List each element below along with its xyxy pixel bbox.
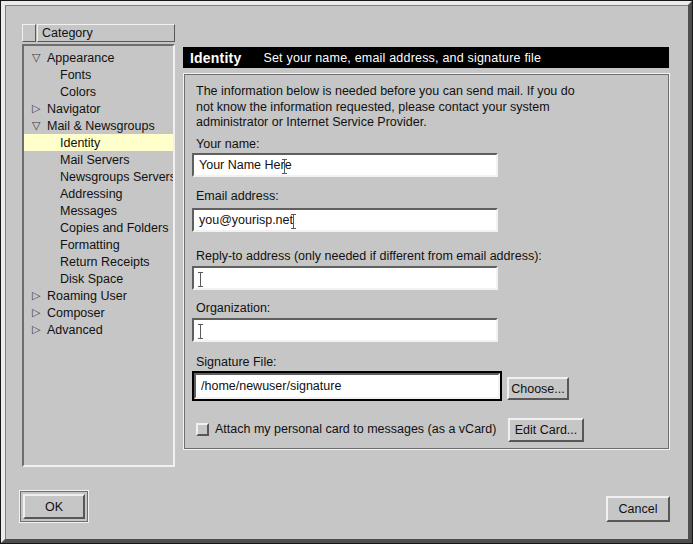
sidebar-item-advanced[interactable]: ▷ Advanced [24, 321, 173, 338]
sidebar-item-label: Addressing [60, 187, 123, 201]
collapsed-arrow-icon[interactable]: ▷ [32, 102, 47, 115]
cancel-button[interactable]: Cancel [606, 496, 670, 522]
expanded-arrow-icon[interactable]: ▽ [32, 119, 47, 132]
sidebar-item-copies-folders[interactable]: Copies and Folders [24, 219, 173, 236]
sidebar-item-label: Newsgroups Servers [60, 170, 175, 184]
your-name-input[interactable] [194, 155, 496, 175]
expanded-arrow-icon[interactable]: ▽ [32, 51, 47, 64]
vcard-checkbox-label: Attach my personal card to messages (as … [215, 422, 496, 436]
window-bevel: Category ▽ Appearance Fonts Colors ▷ Nav… [1, 1, 692, 543]
identity-form-frame: The information below is needed before y… [183, 73, 670, 450]
category-tree-list: ▽ Appearance Fonts Colors ▷ Navigator ▽ … [22, 44, 175, 467]
sidebar-item-mail-newsgroups[interactable]: ▽ Mail & Newsgroups [24, 117, 173, 134]
signature-file-input[interactable] [196, 375, 498, 397]
signature-file-label: Signature File: [196, 355, 277, 369]
your-name-label: Your name: [196, 137, 259, 151]
sidebar-item-label: Mail Servers [60, 153, 129, 167]
intro-line: The information below is needed before y… [196, 84, 575, 100]
sidebar-item-roaming-user[interactable]: ▷ Roaming User [24, 287, 173, 304]
sidebar-item-fonts[interactable]: Fonts [24, 66, 173, 83]
intro-line: administrator or Internet Service Provid… [196, 115, 575, 131]
reply-to-input[interactable] [194, 268, 496, 288]
email-address-field-frame [192, 208, 498, 232]
sidebar-item-label: Return Receipts [60, 255, 150, 269]
reply-to-label: Reply-to address (only needed if differe… [196, 249, 542, 263]
sidebar-item-navigator[interactable]: ▷ Navigator [24, 100, 173, 117]
vcard-checkbox[interactable] [196, 423, 209, 436]
sidebar-item-label: Fonts [60, 68, 91, 82]
preferences-window: Category ▽ Appearance Fonts Colors ▷ Nav… [0, 0, 693, 544]
sidebar-item-label: Copies and Folders [60, 221, 168, 235]
signature-focus-ring [192, 371, 502, 401]
section-subtitle: Set your name, email address, and signat… [263, 51, 541, 65]
sidebar-item-composer[interactable]: ▷ Composer [24, 304, 173, 321]
ok-button[interactable]: OK [23, 494, 85, 519]
sidebar-item-identity[interactable]: Identity [24, 134, 173, 151]
sidebar-item-label: Navigator [47, 102, 101, 116]
section-title: Identity [190, 50, 241, 66]
category-header-label: Category [42, 26, 93, 40]
sidebar-item-return-receipts[interactable]: Return Receipts [24, 253, 173, 270]
sidebar-item-mail-servers[interactable]: Mail Servers [24, 151, 173, 168]
section-header-bar: Identity Set your name, email address, a… [183, 47, 669, 68]
sidebar-item-label: Mail & Newsgroups [47, 119, 155, 133]
sidebar-item-label: Roaming User [47, 289, 127, 303]
sidebar-item-label: Identity [60, 136, 100, 150]
sidebar-item-colors[interactable]: Colors [24, 83, 173, 100]
sidebar-item-addressing[interactable]: Addressing [24, 185, 173, 202]
sidebar-item-label: Messages [60, 204, 117, 218]
sidebar-item-label: Composer [47, 306, 105, 320]
organization-label: Organization: [196, 301, 270, 315]
category-header-stub [22, 24, 36, 42]
window-content: Category ▽ Appearance Fonts Colors ▷ Nav… [5, 5, 688, 539]
edit-card-button[interactable]: Edit Card... [508, 418, 584, 442]
ok-default-ring: OK [19, 490, 89, 523]
category-tree-header: Category [22, 24, 175, 42]
sidebar-item-label: Appearance [47, 51, 114, 65]
organization-field-frame [192, 318, 498, 342]
signature-field-frame [194, 373, 500, 399]
sidebar-item-label: Formatting [60, 238, 120, 252]
sidebar-item-newsgroups-servers[interactable]: Newsgroups Servers [24, 168, 173, 185]
category-tree: Category ▽ Appearance Fonts Colors ▷ Nav… [22, 24, 175, 467]
sidebar-item-disk-space[interactable]: Disk Space [24, 270, 173, 287]
reply-to-field-frame [192, 266, 498, 290]
intro-text: The information below is needed before y… [196, 84, 575, 131]
organization-input[interactable] [194, 320, 496, 340]
sidebar-item-appearance[interactable]: ▽ Appearance [24, 49, 173, 66]
email-address-input[interactable] [194, 210, 496, 230]
sidebar-item-messages[interactable]: Messages [24, 202, 173, 219]
collapsed-arrow-icon[interactable]: ▷ [32, 306, 47, 319]
category-header: Category [37, 24, 175, 42]
email-address-label: Email address: [196, 189, 279, 203]
intro-line: not know the information requested, plea… [196, 100, 575, 116]
your-name-field-frame [192, 153, 498, 177]
sidebar-item-formatting[interactable]: Formatting [24, 236, 173, 253]
sidebar-item-label: Disk Space [60, 272, 123, 286]
sidebar-item-label: Advanced [47, 323, 103, 337]
collapsed-arrow-icon[interactable]: ▷ [32, 289, 47, 302]
collapsed-arrow-icon[interactable]: ▷ [32, 323, 47, 336]
choose-button[interactable]: Choose... [507, 377, 569, 400]
sidebar-item-label: Colors [60, 85, 96, 99]
